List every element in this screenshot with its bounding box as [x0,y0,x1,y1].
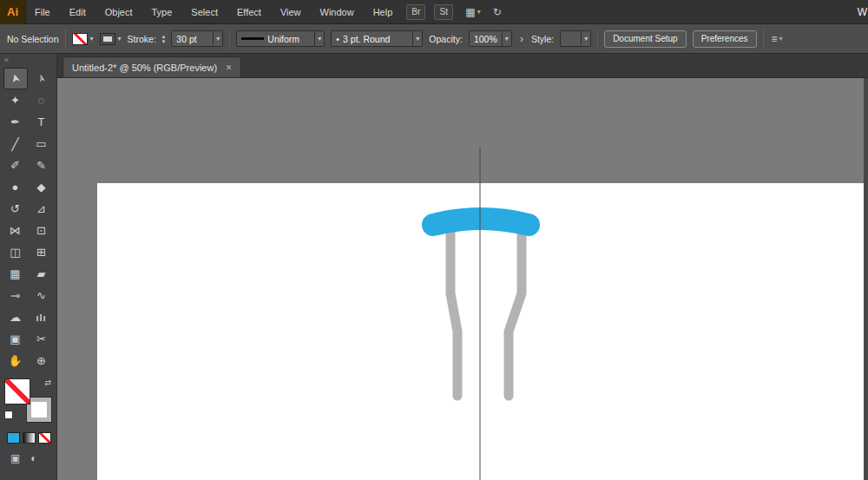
screen-mode-icon[interactable]: ◐ [30,452,36,464]
gradient-tool-icon: ▰ [37,267,46,280]
preferences-button[interactable]: Preferences [693,30,757,48]
brush-dropdown[interactable]: • 3 pt. Round ▾ [331,30,423,47]
app-status-icon[interactable]: ↻ [493,6,502,18]
direct-selection-tool-icon: ➢ [34,72,49,84]
perspective-grid-tool[interactable]: ⊞ [30,241,54,263]
drawing-modes: ▣ ◐ [10,452,56,464]
menu-item-view[interactable]: View [280,7,301,17]
stroke-weight-field[interactable]: 30 pt ▾ [171,30,223,47]
hand-tool[interactable]: ✋ [3,350,28,372]
eyedropper-tool-icon: ⊸ [10,289,20,302]
zoom-tool[interactable]: ⊕ [30,350,54,372]
menu-item-effect[interactable]: Effect [237,7,261,17]
fill-swatch[interactable] [72,33,88,45]
chevron-down-icon[interactable]: ▾ [502,31,509,46]
magic-wand-tool[interactable]: ✦ [3,89,28,111]
rotate-tool[interactable]: ↺ [3,198,28,220]
rectangle-tool[interactable]: ▭ [30,133,54,155]
perspective-grid-tool-icon: ⊞ [36,246,46,259]
width-profile-dropdown[interactable]: Uniform ▾ [236,30,325,47]
canvas-svg [57,78,868,480]
menu-item-file[interactable]: File [35,7,50,17]
close-tab-icon[interactable]: × [226,62,232,74]
paintbrush-tool[interactable]: ✐ [3,155,28,176]
width-tool-icon: ⋈ [10,224,21,237]
menu-item-help[interactable]: Help [373,7,393,17]
stroke-weight-value: 30 pt [176,34,209,44]
blend-tool[interactable]: ∿ [30,285,54,306]
chevron-down-icon[interactable]: ▾ [90,35,94,43]
type-tool-icon: T [38,115,45,128]
chevron-down-icon[interactable]: ▾ [213,31,220,46]
type-tool[interactable]: T [30,111,54,133]
collapse-panel-icon[interactable]: « [0,54,56,68]
hand-tool-icon: ✋ [8,354,22,367]
direct-selection-tool[interactable]: ➢ [30,68,54,89]
stroke-label: Stroke: [128,34,156,44]
artboard-tool-icon: ▣ [10,332,20,345]
arrange-documents-control[interactable]: ▦ ▾ [465,6,480,18]
stool-seat[interactable] [433,219,529,225]
swap-fill-stroke-icon[interactable]: ⇄ [44,378,51,387]
tool-grid: ➤➢✦◌✒T╱▭✐✎●◆↺⊿⋈⊡◫⊞▦▰⊸∿☁ılı▣✂✋⊕ [0,68,56,372]
gradient-button[interactable] [23,432,36,444]
none-button[interactable] [38,432,51,444]
opacity-panel-arrow[interactable]: › [518,33,525,45]
magic-wand-tool-icon: ✦ [10,94,20,107]
style-label: Style: [531,34,554,44]
draw-mode-icon[interactable]: ▣ [10,452,20,464]
selection-tool[interactable]: ➤ [3,68,28,89]
menu-item-object[interactable]: Object [105,7,133,17]
fill-indicator[interactable] [4,378,30,404]
color-button[interactable] [7,432,20,444]
scale-tool-icon: ⊿ [36,202,46,215]
chevron-down-icon: ▾ [779,35,783,43]
lasso-tool-icon: ◌ [38,94,45,107]
arrange-documents-icon: ▦ [465,6,475,18]
stroke-color-control[interactable]: ▾ [100,33,122,45]
document-setup-button[interactable]: Document Setup [604,30,687,48]
column-graph-tool[interactable]: ılı [30,306,54,328]
main-area: « ➤➢✦◌✒T╱▭✐✎●◆↺⊿⋈⊡◫⊞▦▰⊸∿☁ılı▣✂✋⊕ ⇄ ▣ ◐ [0,54,868,480]
stepper-down-icon[interactable]: ▾ [162,39,166,43]
stroke-indicator[interactable] [27,398,51,422]
fill-color-control[interactable]: ▾ [72,33,94,45]
menu-item-edit[interactable]: Edit [69,7,86,17]
lasso-tool[interactable]: ◌ [30,89,54,111]
line-segment-tool[interactable]: ╱ [3,133,28,155]
mesh-tool[interactable]: ▦ [3,263,28,285]
stroke-weight-stepper[interactable]: ▴ ▾ [162,34,166,43]
default-fill-stroke-icon[interactable] [4,411,13,419]
free-transform-tool[interactable]: ⊡ [30,220,54,241]
document-tab[interactable]: Untitled-2* @ 50% (RGB/Preview) × [62,56,241,77]
style-dropdown[interactable]: ▾ [560,30,591,47]
canvas[interactable] [57,78,868,480]
chevron-down-icon[interactable]: ▾ [314,31,321,46]
align-options-control[interactable]: ≡ ▾ [772,33,783,45]
slice-tool[interactable]: ✂ [30,328,54,350]
opacity-field[interactable]: 100% ▾ [469,30,512,47]
chevron-down-icon[interactable]: ▾ [412,31,419,46]
menu-item-select[interactable]: Select [191,7,218,17]
menu-item-type[interactable]: Type [152,7,173,17]
brush-panel-button[interactable]: Br [406,4,425,20]
symbol-sprayer-tool[interactable]: ☁ [3,306,28,328]
chevron-down-icon[interactable]: ▾ [118,35,122,43]
width-tool[interactable]: ⋈ [3,220,28,241]
blob-brush-tool[interactable]: ● [3,176,28,198]
chevron-down-icon[interactable]: ▾ [581,31,588,46]
divider [229,30,230,49]
eraser-tool[interactable]: ◆ [30,176,54,198]
styles-panel-button[interactable]: St [434,4,453,20]
shape-builder-tool[interactable]: ◫ [3,241,28,263]
eyedropper-tool[interactable]: ⊸ [3,285,28,306]
artboard-tool[interactable]: ▣ [3,328,28,350]
pen-tool[interactable]: ✒ [3,111,28,133]
opacity-label: Opacity: [429,34,463,44]
paintbrush-tool-icon: ✐ [10,159,20,172]
scale-tool[interactable]: ⊿ [30,198,54,220]
stroke-swatch[interactable] [100,33,115,45]
gradient-tool[interactable]: ▰ [30,263,54,285]
pencil-tool[interactable]: ✎ [30,155,54,176]
menu-item-window[interactable]: Window [320,7,354,17]
